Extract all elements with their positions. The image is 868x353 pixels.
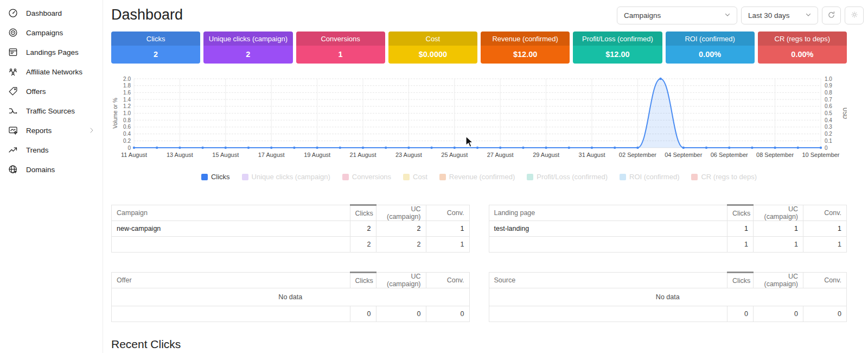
no-data-label: No data xyxy=(112,288,470,306)
column-header[interactable]: Conv. xyxy=(426,205,469,221)
kpi-card[interactable]: ROI (confirmed)0.00% xyxy=(666,31,755,64)
sidebar-item-trends[interactable]: Trends xyxy=(0,140,103,160)
svg-text:27 August: 27 August xyxy=(487,152,514,158)
legend-swatch xyxy=(242,174,248,180)
column-header[interactable]: UC (campaign) xyxy=(376,273,426,288)
totals-spacer xyxy=(489,306,727,322)
kpi-card[interactable]: CR (regs to deps)0.00% xyxy=(758,31,847,64)
dashboard-chart[interactable]: 000.20.10.40.20.60.30.80.41.00.51.20.61.… xyxy=(111,74,847,166)
legend-item[interactable]: Cost xyxy=(403,173,427,181)
refresh-button[interactable] xyxy=(822,7,841,24)
table-row[interactable]: new-campaign221 xyxy=(112,221,470,237)
svg-text:0: 0 xyxy=(825,145,828,151)
column-header-campaign[interactable]: Campaign xyxy=(112,205,350,221)
svg-text:17 August: 17 August xyxy=(258,152,285,158)
column-header[interactable]: Conv. xyxy=(803,273,847,288)
svg-text:1.0: 1.0 xyxy=(123,110,131,116)
refresh-icon xyxy=(827,10,836,21)
column-header[interactable]: Clicks xyxy=(350,205,376,221)
svg-text:1.8: 1.8 xyxy=(123,83,131,89)
offer-table: OfferClicksUC (campaign)Conv.No data000 xyxy=(111,272,470,322)
sidebar-item-affiliate-networks[interactable]: Affiliate Networks xyxy=(0,62,103,81)
totals-value: 0 xyxy=(754,306,803,322)
campaign-filter-value: Campaigns xyxy=(624,11,661,20)
sidebar-item-offers[interactable]: Offers xyxy=(0,81,103,101)
kpi-card[interactable]: Unique clicks (campaign)2 xyxy=(203,31,292,64)
table-totals-row: 000 xyxy=(489,306,847,322)
sidebar-item-domains[interactable]: Domains xyxy=(0,160,103,179)
legend-item[interactable]: ROI (confirmed) xyxy=(620,173,679,181)
table-totals-row: 111 xyxy=(489,237,847,253)
affiliate-networks-icon xyxy=(8,66,18,77)
legend-item[interactable]: Revenue (confirmed) xyxy=(439,173,515,181)
legend-item[interactable]: Conversions xyxy=(342,173,391,181)
sidebar-item-traffic-sources[interactable]: Traffic Sources xyxy=(0,101,103,121)
column-header[interactable]: Clicks xyxy=(350,273,376,288)
column-header[interactable]: UC (campaign) xyxy=(754,273,803,288)
svg-text:10 September: 10 September xyxy=(802,152,839,158)
sidebar-item-dashboard[interactable]: Dashboard xyxy=(0,3,103,23)
column-header-source[interactable]: Source xyxy=(489,273,727,288)
row-value: 1 xyxy=(754,221,803,237)
sidebar-item-reports[interactable]: Reports xyxy=(0,121,103,140)
column-header-landing[interactable]: Landing page xyxy=(489,205,727,221)
domains-icon xyxy=(8,164,18,175)
svg-text:13 August: 13 August xyxy=(167,152,193,158)
kpi-card[interactable]: Clicks2 xyxy=(111,31,200,64)
table-row[interactable]: test-landing111 xyxy=(489,221,847,237)
table-totals-row: 000 xyxy=(112,306,470,322)
row-value: 1 xyxy=(803,221,847,237)
svg-text:0: 0 xyxy=(127,145,131,151)
table-row-empty: No data xyxy=(112,288,470,306)
svg-text:Volume or %: Volume or % xyxy=(112,98,118,129)
totals-value: 1 xyxy=(754,237,803,253)
legend-item[interactable]: Profit/Loss (confirmed) xyxy=(527,173,608,181)
svg-text:0.6: 0.6 xyxy=(123,124,131,130)
kpi-card[interactable]: Cost$0.0000 xyxy=(388,31,477,64)
kpi-card[interactable]: Profit/Loss (confirmed)$12.00 xyxy=(573,31,662,64)
totals-value: 0 xyxy=(376,306,426,322)
legend-item[interactable]: Clicks xyxy=(201,173,230,181)
svg-text:0.2: 0.2 xyxy=(825,131,832,137)
settings-button[interactable] xyxy=(845,7,864,24)
row-name[interactable]: new-campaign xyxy=(112,221,350,237)
campaign-filter-select[interactable]: Campaigns xyxy=(617,7,737,24)
column-header-offer[interactable]: Offer xyxy=(112,273,350,288)
svg-text:0.4: 0.4 xyxy=(123,131,131,137)
kpi-card-title: ROI (confirmed) xyxy=(666,31,755,46)
legend-item[interactable]: CR (regs to deps) xyxy=(691,173,757,181)
sidebar-item-landings-pages[interactable]: Landings Pages xyxy=(0,42,103,62)
date-range-select[interactable]: Last 30 days xyxy=(741,7,818,24)
svg-text:0.2: 0.2 xyxy=(123,138,131,144)
svg-text:0.7: 0.7 xyxy=(825,97,832,103)
kpi-card-value: $12.00 xyxy=(481,46,570,64)
chart-legend: ClicksUnique clicks (campaign)Conversion… xyxy=(111,173,847,181)
sidebar-item-campaigns[interactable]: Campaigns xyxy=(0,23,103,42)
totals-value: 0 xyxy=(426,306,469,322)
svg-text:06 September: 06 September xyxy=(711,152,748,158)
column-header[interactable]: UC (campaign) xyxy=(754,205,803,221)
legend-swatch xyxy=(201,174,208,180)
column-header[interactable]: Clicks xyxy=(727,205,754,221)
totals-value: 2 xyxy=(376,237,426,253)
kpi-cards-row: Clicks2Unique clicks (campaign)2Conversi… xyxy=(111,31,847,64)
legend-label: Conversions xyxy=(352,173,391,181)
column-header[interactable]: Conv. xyxy=(803,205,847,221)
sidebar-item-label: Domains xyxy=(26,166,96,174)
legend-item[interactable]: Unique clicks (campaign) xyxy=(242,173,330,181)
svg-text:0.6: 0.6 xyxy=(825,103,832,109)
column-header[interactable]: Clicks xyxy=(727,273,754,288)
kpi-card[interactable]: Conversions1 xyxy=(296,31,385,64)
row-name[interactable]: test-landing xyxy=(489,221,727,237)
dashboard-icon xyxy=(8,8,18,18)
sidebar-item-label: Dashboard xyxy=(26,9,96,17)
totals-value: 0 xyxy=(803,306,847,322)
column-header[interactable]: UC (campaign) xyxy=(376,205,426,221)
kpi-card-title: Conversions xyxy=(296,31,385,46)
svg-text:0.3: 0.3 xyxy=(825,124,832,130)
legend-label: CR (regs to deps) xyxy=(701,173,757,181)
kpi-card[interactable]: Revenue (confirmed)$12.00 xyxy=(481,31,570,64)
column-header[interactable]: Conv. xyxy=(426,273,469,288)
legend-label: Cost xyxy=(413,173,427,181)
kpi-card-title: CR (regs to deps) xyxy=(758,31,847,46)
